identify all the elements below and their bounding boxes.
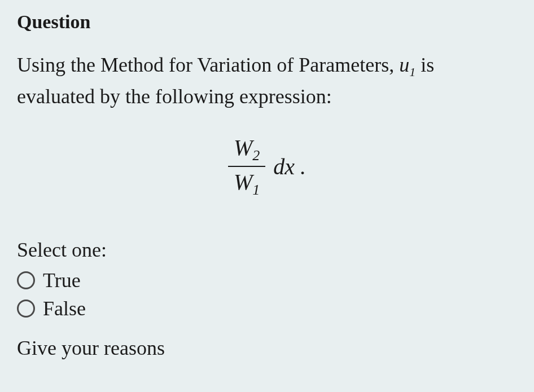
select-prompt: Select one:: [17, 238, 517, 262]
question-part1: Using the Method for Variation of Parame…: [17, 54, 399, 76]
radio-circle-icon: [17, 299, 35, 318]
give-reasons-label: Give your reasons: [17, 336, 517, 360]
denominator-var: W: [234, 169, 252, 195]
formula-expression: W2 W1 dx .: [17, 134, 517, 199]
question-text: Using the Method for Variation of Parame…: [17, 50, 517, 112]
radio-circle-icon: [17, 271, 35, 289]
question-label: Question: [17, 11, 517, 33]
numerator-var: W: [234, 135, 252, 160]
radio-option-true[interactable]: True: [17, 268, 517, 292]
dx-term: dx .: [273, 154, 306, 179]
var-u-subscript: 1: [409, 65, 415, 79]
option-label-false: False: [43, 297, 86, 320]
fraction-numerator: W2: [228, 134, 265, 167]
denominator-sub: 1: [252, 182, 260, 198]
option-label-true: True: [43, 268, 81, 292]
fraction-denominator: W1: [228, 167, 265, 199]
variable-u: u1: [399, 54, 415, 76]
radio-option-false[interactable]: False: [17, 297, 517, 320]
fraction: W2 W1: [228, 134, 265, 199]
numerator-sub: 2: [252, 147, 260, 164]
var-u-letter: u: [399, 54, 409, 76]
